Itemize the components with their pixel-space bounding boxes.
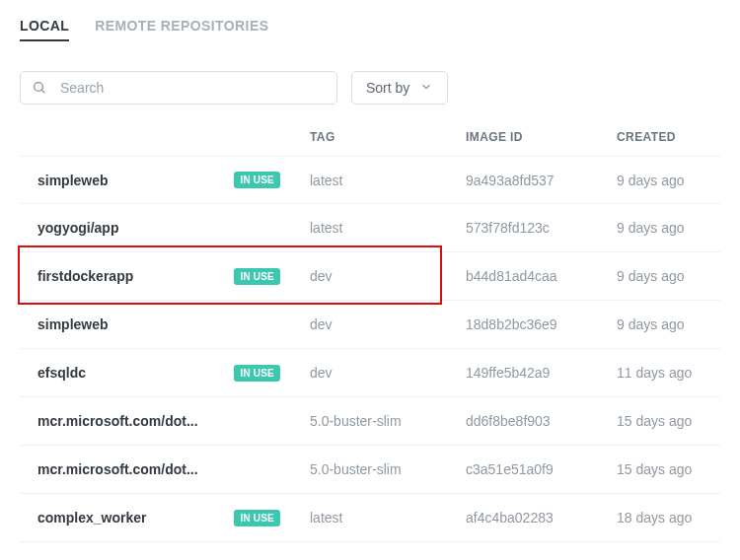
- image-name: yogyogi/app: [37, 220, 118, 236]
- created-cell: 18 days ago: [617, 510, 720, 525]
- image-name: mcr.microsoft.com/dot...: [37, 461, 198, 477]
- created-cell: 9 days ago: [617, 268, 720, 284]
- in-use-badge: IN USE: [234, 510, 280, 526]
- tag-cell: dev: [310, 316, 466, 332]
- table-row[interactable]: efsqldcIN USEdev149ffe5b42a911 days ago: [20, 349, 720, 397]
- tag-cell: latest: [310, 510, 466, 525]
- table-row[interactable]: simplewebIN USElatest9a493a8fd5379 days …: [20, 156, 720, 204]
- table-row[interactable]: simplewebdev18d8b2bc36e99 days ago: [20, 301, 720, 349]
- tag-cell: dev: [310, 365, 466, 381]
- created-cell: 9 days ago: [617, 316, 720, 332]
- created-cell: 11 days ago: [617, 365, 720, 381]
- tag-cell: 5.0-buster-slim: [310, 461, 466, 477]
- image-id-cell: 573f78fd123c: [466, 220, 617, 236]
- name-cell: firstdockerappIN USE: [37, 268, 310, 285]
- tag-cell: latest: [310, 173, 466, 188]
- header-created: CREATED: [617, 130, 720, 144]
- tag-cell: latest: [310, 220, 466, 236]
- svg-point-0: [35, 83, 43, 92]
- table-body: simplewebIN USElatest9a493a8fd5379 days …: [20, 156, 720, 542]
- tab-remote[interactable]: REMOTE REPOSITORIES: [95, 18, 268, 41]
- name-cell: efsqldcIN USE: [37, 365, 310, 382]
- table-row[interactable]: yogyogi/applatest573f78fd123c9 days ago: [20, 204, 720, 252]
- image-name: efsqldc: [37, 365, 86, 381]
- image-id-cell: 149ffe5b42a9: [466, 365, 617, 381]
- name-cell: complex_workerIN USE: [37, 510, 310, 526]
- image-id-cell: dd6f8be8f903: [466, 413, 617, 429]
- table-row[interactable]: firstdockerappIN USEdevb44d81ad4caa9 day…: [20, 252, 720, 301]
- table-row[interactable]: complex_workerIN USElatestaf4c4ba0228318…: [20, 494, 720, 542]
- tab-local[interactable]: LOCAL: [20, 18, 69, 41]
- name-cell: mcr.microsoft.com/dot...: [37, 413, 310, 429]
- created-cell: 9 days ago: [617, 173, 720, 188]
- name-cell: simplewebIN USE: [37, 172, 310, 188]
- image-id-cell: 9a493a8fd537: [466, 173, 617, 188]
- image-name: simpleweb: [37, 316, 109, 332]
- created-cell: 15 days ago: [617, 461, 720, 477]
- created-cell: 9 days ago: [617, 220, 720, 236]
- svg-line-1: [41, 90, 44, 93]
- chevron-down-icon: [419, 80, 433, 97]
- image-name: mcr.microsoft.com/dot...: [37, 413, 198, 429]
- tag-cell: 5.0-buster-slim: [310, 413, 466, 429]
- search-input[interactable]: [20, 71, 337, 105]
- sort-by-label: Sort by: [366, 80, 409, 96]
- search-icon: [32, 80, 47, 96]
- image-id-cell: b44d81ad4caa: [466, 268, 617, 284]
- image-id-cell: 18d8b2bc36e9: [466, 316, 617, 332]
- sort-by-button[interactable]: Sort by: [351, 71, 448, 105]
- image-name: firstdockerapp: [37, 268, 133, 284]
- name-cell: simpleweb: [37, 316, 310, 332]
- name-cell: yogyogi/app: [37, 220, 310, 236]
- image-id-cell: c3a51e51a0f9: [466, 461, 617, 477]
- in-use-badge: IN USE: [234, 365, 280, 382]
- image-id-cell: af4c4ba02283: [466, 510, 617, 525]
- name-cell: mcr.microsoft.com/dot...: [37, 461, 310, 477]
- tabs-bar: LOCAL REMOTE REPOSITORIES: [20, 18, 720, 41]
- in-use-badge: IN USE: [234, 172, 280, 188]
- header-image-id: IMAGE ID: [466, 130, 617, 144]
- controls-bar: Sort by: [20, 71, 720, 105]
- header-tag: TAG: [310, 130, 466, 144]
- table-row[interactable]: mcr.microsoft.com/dot...5.0-buster-slimd…: [20, 397, 720, 446]
- image-name: simpleweb: [37, 173, 109, 188]
- table-header: TAG IMAGE ID CREATED: [20, 120, 720, 156]
- image-name: complex_worker: [37, 510, 147, 525]
- created-cell: 15 days ago: [617, 413, 720, 429]
- search-wrapper: [20, 71, 337, 105]
- in-use-badge: IN USE: [234, 268, 280, 285]
- tag-cell: dev: [310, 268, 466, 284]
- table-row[interactable]: mcr.microsoft.com/dot...5.0-buster-slimc…: [20, 446, 720, 494]
